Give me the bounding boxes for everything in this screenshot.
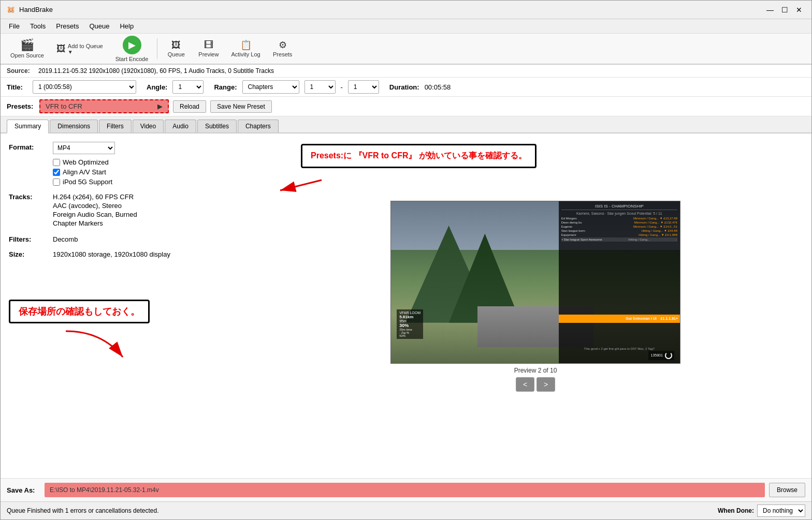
save-arrow xyxy=(61,326,164,367)
tab-summary[interactable]: Summary xyxy=(7,120,49,133)
chapter-start-select[interactable]: 1 xyxy=(304,80,336,94)
tab-audio[interactable]: Audio xyxy=(165,120,196,132)
ipod-label: iPod 5G Support xyxy=(63,178,112,186)
status-message: Queue Finished with 1 errors or cancella… xyxy=(7,507,159,514)
activity-log-icon: 📋 xyxy=(240,40,252,50)
toolbar: 🎬 Open Source 🖼 Add to Queue ▼ ▶ Start E… xyxy=(1,34,811,65)
preview-image: ISIS IS - CHAMPIONSHIP Karriere, Saisons… xyxy=(390,201,680,364)
start-encode-button[interactable]: ▶ Start Encode xyxy=(110,33,154,65)
title-select[interactable]: 1 (00:05:58) xyxy=(33,80,136,94)
presets-input[interactable]: VFR to CFR ▶ xyxy=(39,99,169,113)
activity-log-button[interactable]: 📋 Activity Log xyxy=(225,38,266,60)
save-annotation-container: 保存場所の確認もしておく。 xyxy=(9,300,251,323)
left-panel: Format: MP4 Web Optimized xyxy=(1,133,259,478)
track-1: AAC (avcodec), Stereo xyxy=(53,202,137,210)
source-value: 2019.11.21-05.32 1920x1080 (1920x1080), … xyxy=(38,67,274,75)
open-source-button[interactable]: 🎬 Open Source xyxy=(5,37,50,61)
menu-queue[interactable]: Queue xyxy=(85,21,113,31)
menu-help[interactable]: Help xyxy=(115,21,138,31)
save-new-preset-button[interactable]: Save New Preset xyxy=(210,100,272,113)
add-to-queue-button[interactable]: 🖼 Add to Queue ▼ xyxy=(51,40,109,57)
save-annotation-text: 保存場所の確認もしておく。 xyxy=(19,306,140,317)
tab-filters[interactable]: Filters xyxy=(99,120,132,132)
tab-dimensions[interactable]: Dimensions xyxy=(50,120,98,132)
presets-button[interactable]: ⚙ Presets xyxy=(267,38,298,60)
ipod-row: iPod 5G Support xyxy=(53,178,115,186)
size-label: Size: xyxy=(9,250,48,258)
preview-next-button[interactable]: > xyxy=(536,377,555,392)
format-label: Format: xyxy=(9,142,48,151)
chapter-end-select[interactable]: 1 xyxy=(348,80,379,94)
ipod-checkbox[interactable] xyxy=(53,179,60,186)
browse-button[interactable]: Browse xyxy=(769,483,805,497)
save-annotation-box: 保存場所の確認もしておく。 xyxy=(9,300,150,323)
maximize-button[interactable]: ☐ xyxy=(778,5,791,15)
tab-subtitles[interactable]: Subtitles xyxy=(197,120,237,132)
tracks-label: Tracks: xyxy=(9,193,48,228)
close-button[interactable]: ✕ xyxy=(793,5,805,15)
range-select[interactable]: Chapters xyxy=(242,80,299,94)
menu-file[interactable]: File xyxy=(5,21,24,31)
tab-video[interactable]: Video xyxy=(133,120,164,132)
preview-button[interactable]: 🎞 Preview xyxy=(193,38,224,60)
track-0: H.264 (x264), 60 FPS CFR xyxy=(53,193,137,201)
web-optimized-label: Web Optimized xyxy=(63,158,109,166)
presets-field-label: Presets: xyxy=(7,102,35,110)
title-bar-controls: — ☐ ✕ xyxy=(764,5,805,15)
minimize-button[interactable]: — xyxy=(764,5,776,15)
range-label: Range: xyxy=(214,83,237,91)
open-source-icon: 🎬 xyxy=(20,39,34,51)
preset-annotation-container: Presets:に 『VFR to CFR』 が効いている事を確認する。 xyxy=(301,144,536,168)
save-as-label: Save As: xyxy=(7,486,40,494)
play-icon: ▶ xyxy=(123,36,141,54)
preview-icon: 🎞 xyxy=(204,40,213,50)
title-bar: 🐹 HandBrake — ☐ ✕ xyxy=(1,1,811,19)
right-panel: Presets:に 『VFR to CFR』 が効いている事を確認する。 xyxy=(259,133,811,478)
angle-select[interactable]: 1 xyxy=(172,80,204,94)
preview-nav: < > xyxy=(390,377,680,392)
tab-chapters[interactable]: Chapters xyxy=(238,120,279,132)
title-label: Title: xyxy=(7,83,27,91)
presets-arrow-icon: ▶ xyxy=(157,102,163,110)
app-window: 🐹 HandBrake — ☐ ✕ File Tools Presets Que… xyxy=(0,0,812,520)
filters-label: Filters: xyxy=(9,235,48,243)
save-as-input[interactable] xyxy=(45,483,765,497)
source-row: Source: 2019.11.21-05.32 1920x1080 (1920… xyxy=(7,67,805,75)
format-section: Format: MP4 Web Optimized xyxy=(9,142,251,186)
preview-caption: Preview 2 of 10 xyxy=(390,367,680,374)
start-encode-label: Start Encode xyxy=(115,56,149,62)
preview-label: Preview xyxy=(198,51,219,57)
queue-button[interactable]: 🖼 Queue xyxy=(161,38,192,60)
add-queue-label: Add to Queue xyxy=(68,43,103,49)
presets-label: Presets xyxy=(273,51,292,57)
title-bar-left: 🐹 HandBrake xyxy=(7,6,53,13)
presets-row: Presets: VFR to CFR ▶ Reload Save New Pr… xyxy=(1,97,811,116)
filters-section: Filters: Decomb xyxy=(9,235,251,243)
queue-label: Queue xyxy=(168,51,185,57)
menu-presets[interactable]: Presets xyxy=(52,21,83,31)
web-optimized-checkbox[interactable] xyxy=(53,159,60,166)
filters-value: Decomb xyxy=(53,235,78,243)
toolbar-separator-1 xyxy=(157,38,157,59)
reload-button[interactable]: Reload xyxy=(173,100,206,113)
title-row: Title: 1 (00:05:58) Angle: 1 Range: Chap… xyxy=(1,78,811,97)
open-source-label: Open Source xyxy=(10,52,44,58)
tabs-row: Summary Dimensions Filters Video Audio S… xyxy=(1,116,811,133)
when-done-section: When Done: Do nothing xyxy=(718,504,805,517)
preview-prev-button[interactable]: < xyxy=(516,377,534,392)
preset-annotation-box: Presets:に 『VFR to CFR』 が効いている事を確認する。 xyxy=(301,144,536,168)
menu-tools[interactable]: Tools xyxy=(26,21,50,31)
track-3: Chapter Markers xyxy=(53,219,137,227)
source-bar: Source: 2019.11.21-05.32 1920x1080 (1920… xyxy=(1,65,811,78)
content-area: Summary Dimensions Filters Video Audio S… xyxy=(1,116,811,501)
presets-icon: ⚙ xyxy=(279,40,287,50)
format-select[interactable]: MP4 xyxy=(53,142,115,154)
when-done-select[interactable]: Do nothing xyxy=(757,504,805,517)
tracks-values: H.264 (x264), 60 FPS CFR AAC (avcodec), … xyxy=(53,193,137,228)
align-av-label: Align A/V Start xyxy=(63,168,106,176)
web-optimized-row: Web Optimized xyxy=(53,158,115,166)
tab-content: Format: MP4 Web Optimized xyxy=(1,133,811,478)
track-2: Foreign Audio Scan, Burned xyxy=(53,211,137,218)
align-av-checkbox[interactable] xyxy=(53,169,60,176)
when-done-label: When Done: xyxy=(718,507,754,514)
